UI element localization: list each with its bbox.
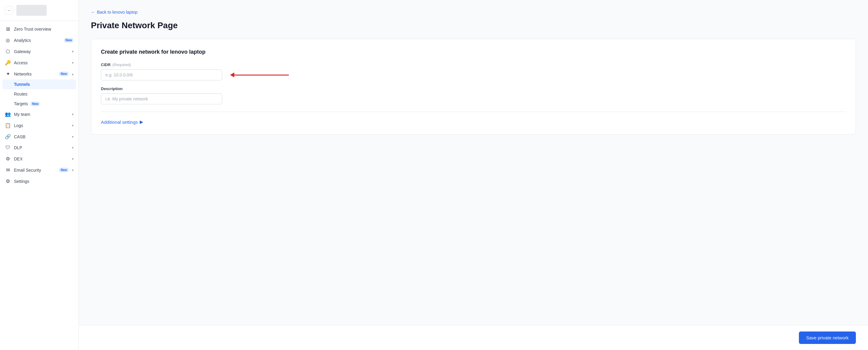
gateway-icon: ⬡ bbox=[5, 49, 11, 54]
account-logo bbox=[17, 5, 47, 16]
sidebar-item-dlp[interactable]: 🛡 DLP ▾ bbox=[0, 142, 79, 153]
networks-icon: ✦ bbox=[5, 71, 11, 77]
chevron-down-icon: ▾ bbox=[72, 61, 74, 65]
additional-settings-label: Additional settings bbox=[101, 119, 138, 125]
sidebar-item-routes[interactable]: Routes bbox=[0, 89, 79, 99]
sidebar-item-label: Access bbox=[14, 60, 69, 65]
access-icon: 🔑 bbox=[5, 60, 11, 65]
cidr-label: CIDR (Required) bbox=[101, 62, 846, 67]
sidebar-item-tunnels[interactable]: Tunnels bbox=[2, 80, 76, 89]
sidebar-item-label: DEX bbox=[14, 156, 69, 162]
settings-icon: ⚙ bbox=[5, 178, 11, 184]
arrow-line bbox=[234, 75, 289, 76]
cidr-input[interactable] bbox=[101, 69, 222, 80]
sidebar: ← ⊞ Zero Trust overview ◎ Analytics New … bbox=[0, 0, 79, 350]
breadcrumb-arrow: ← bbox=[91, 10, 95, 14]
annotation-arrow bbox=[230, 72, 289, 77]
sidebar-item-label: My team bbox=[14, 112, 69, 117]
sidebar-item-label: CASB bbox=[14, 134, 69, 139]
sidebar-item-networks[interactable]: ✦ Networks New ▴ bbox=[0, 68, 79, 80]
arrow-head bbox=[230, 72, 234, 77]
analytics-badge: New bbox=[64, 38, 74, 42]
page-title: Private Network Page bbox=[91, 21, 856, 30]
cidr-form-group: CIDR (Required) bbox=[101, 62, 846, 80]
sidebar-item-email-security[interactable]: ✉ Email Security New ▾ bbox=[0, 165, 79, 176]
chevron-down-icon: ▾ bbox=[72, 157, 74, 161]
sidebar-item-my-team[interactable]: 👥 My team ▾ bbox=[0, 109, 79, 120]
save-private-network-button[interactable]: Save private network bbox=[799, 331, 856, 344]
sidebar-item-settings[interactable]: ⚙ Settings bbox=[0, 176, 79, 187]
zero-trust-icon: ⊞ bbox=[5, 26, 11, 32]
dex-icon: ⚙ bbox=[5, 156, 11, 162]
chevron-down-icon: ▾ bbox=[72, 168, 74, 172]
networks-badge: New bbox=[59, 71, 69, 76]
back-button[interactable]: ← bbox=[5, 6, 13, 14]
sidebar-item-label: Zero Trust overview bbox=[14, 27, 74, 32]
analytics-icon: ◎ bbox=[5, 37, 11, 43]
chevron-right-icon: ▶ bbox=[140, 119, 143, 125]
sidebar-item-label: Logs bbox=[14, 123, 69, 128]
email-security-badge: New bbox=[59, 168, 69, 172]
routes-label: Routes bbox=[14, 92, 27, 96]
cidr-required: (Required) bbox=[113, 62, 131, 67]
my-team-icon: 👥 bbox=[5, 111, 11, 117]
sidebar-item-label: DLP bbox=[14, 145, 69, 150]
chevron-down-icon: ▾ bbox=[72, 123, 74, 128]
sidebar-item-label: Analytics bbox=[14, 38, 61, 43]
chevron-down-icon: ▾ bbox=[72, 135, 74, 139]
sidebar-item-zero-trust[interactable]: ⊞ Zero Trust overview bbox=[0, 23, 79, 35]
sidebar-item-dex[interactable]: ⚙ DEX ▾ bbox=[0, 153, 79, 165]
chevron-down-icon: ▾ bbox=[72, 112, 74, 116]
email-security-icon: ✉ bbox=[5, 167, 11, 173]
sidebar-item-access[interactable]: 🔑 Access ▾ bbox=[0, 57, 79, 68]
cidr-input-container bbox=[101, 69, 222, 80]
sidebar-header: ← bbox=[0, 0, 79, 21]
chevron-down-icon: ▾ bbox=[72, 146, 74, 150]
description-form-group: Description bbox=[101, 86, 846, 104]
sidebar-item-logs[interactable]: 📋 Logs ▾ bbox=[0, 120, 79, 131]
sidebar-nav: ⊞ Zero Trust overview ◎ Analytics New ⬡ … bbox=[0, 21, 79, 350]
sidebar-item-label: Gateway bbox=[14, 49, 69, 54]
sidebar-item-targets[interactable]: Targets New bbox=[0, 99, 79, 109]
tunnels-label: Tunnels bbox=[14, 82, 30, 87]
sidebar-item-label: Settings bbox=[14, 179, 74, 184]
breadcrumb[interactable]: ← Back to lenovo laptop bbox=[91, 10, 856, 14]
sidebar-item-casb[interactable]: 🔗 CASB ▾ bbox=[0, 131, 79, 142]
breadcrumb-text: Back to lenovo laptop bbox=[97, 10, 137, 14]
dlp-icon: 🛡 bbox=[5, 145, 11, 150]
form-card: Create private network for lenovo laptop… bbox=[91, 39, 856, 135]
sidebar-item-gateway[interactable]: ⬡ Gateway ▾ bbox=[0, 46, 79, 57]
chevron-down-icon: ▾ bbox=[72, 50, 74, 54]
main-inner: ← Back to lenovo laptop Private Network … bbox=[79, 0, 868, 325]
casb-icon: 🔗 bbox=[5, 134, 11, 140]
description-input[interactable] bbox=[101, 93, 222, 104]
sidebar-item-label: Email Security bbox=[14, 168, 56, 173]
logs-icon: 📋 bbox=[5, 122, 11, 128]
sidebar-item-label: Networks bbox=[14, 71, 56, 77]
card-title: Create private network for lenovo laptop bbox=[101, 49, 846, 55]
form-divider bbox=[101, 112, 846, 112]
main-content: ← Back to lenovo laptop Private Network … bbox=[79, 0, 868, 350]
targets-badge: New bbox=[30, 101, 40, 106]
chevron-up-icon: ▴ bbox=[72, 72, 74, 76]
description-label: Description bbox=[101, 86, 846, 91]
targets-label: Targets bbox=[14, 101, 28, 106]
additional-settings-toggle[interactable]: Additional settings ▶ bbox=[101, 119, 846, 125]
sidebar-item-analytics[interactable]: ◎ Analytics New bbox=[0, 35, 79, 46]
footer: Save private network bbox=[79, 325, 868, 350]
